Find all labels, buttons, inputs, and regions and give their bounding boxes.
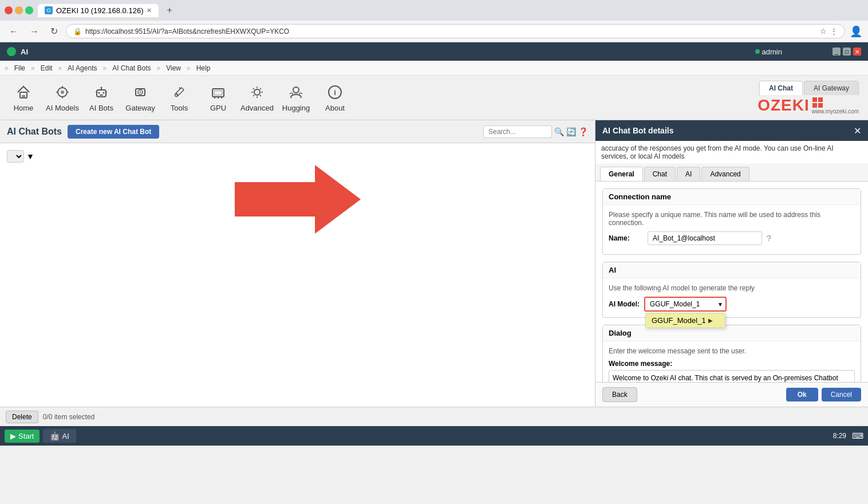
svg-rect-32 [812, 103, 817, 108]
dropdown-option-gguf[interactable]: GGUF_Model_1 ▶ [646, 313, 725, 328]
app-window-controls[interactable]: _ □ ✕ [833, 48, 861, 56]
toolbar-advanced-btn[interactable]: Advanced [238, 78, 276, 118]
home-icon [14, 83, 33, 101]
app-min-btn[interactable]: _ [833, 48, 841, 56]
menu-ai-chat-bots[interactable]: AI Chat Bots [108, 63, 155, 73]
tools-icon [170, 83, 188, 101]
url-bar[interactable]: 🔒 https://localhost:9515/AI/?a=AIBots&nc… [66, 24, 845, 38]
name-label: Name: [609, 234, 643, 242]
start-button[interactable]: ▶ Start [5, 430, 40, 443]
svg-point-26 [254, 89, 260, 95]
tab-ai[interactable]: AI [677, 167, 700, 181]
menu-icon[interactable]: ⋮ [830, 27, 838, 36]
start-icon: ▶ [10, 432, 16, 440]
ai-model-label: AI Model: [609, 300, 640, 308]
profile-icon[interactable]: 👤 [850, 25, 862, 38]
ai-model-select-wrapper: GGUF_Model_1 ▼ GGUF_Model_1 ▶ [644, 297, 727, 312]
window-close-btn[interactable] [5, 6, 13, 14]
right-panel-header: AI Chat Bot details ✕ [595, 120, 868, 141]
toolbar-gateway-btn[interactable]: Gateway [121, 78, 159, 118]
delete-button[interactable]: Delete [6, 411, 38, 423]
connection-name-section: Connection name Please specify a unique … [602, 188, 861, 255]
app-close-btn[interactable]: ✕ [853, 48, 861, 56]
menu-bar: » File » Edit » AI Agents » AI Chat Bots… [0, 61, 868, 76]
app-icon [7, 47, 16, 56]
tab-ai-chat[interactable]: AI Chat [759, 81, 803, 95]
menu-ai-agents[interactable]: AI Agents [63, 63, 101, 73]
dropdown-chevron-icon[interactable]: ▼ [26, 152, 34, 161]
help-button[interactable]: ❓ [578, 127, 588, 136]
bookmark-icon[interactable]: ☆ [820, 27, 827, 36]
toolbar-branding: AI Chat AI Gateway OZEKI www.myozeki.com [757, 81, 863, 115]
toolbar-advanced-label: Advanced [240, 104, 274, 112]
svg-rect-30 [812, 97, 817, 102]
toolbar: Home AI Models [0, 76, 868, 120]
window-min-btn[interactable] [15, 6, 23, 14]
toolbar-home-label: Home [14, 104, 34, 112]
menu-separator-5: » [157, 64, 161, 72]
new-tab-button[interactable]: + [163, 5, 175, 15]
name-help-icon[interactable]: ? [767, 234, 771, 243]
tab-general[interactable]: General [600, 167, 643, 181]
ai-model-dropdown-popup: GGUF_Model_1 ▶ [645, 313, 725, 328]
detail-tabs: General Chat AI Advanced [595, 164, 868, 182]
name-input[interactable] [648, 231, 762, 245]
ok-button[interactable]: Ok [786, 388, 818, 401]
tab-close-btn[interactable]: ✕ [147, 7, 152, 14]
svg-rect-8 [97, 90, 106, 97]
option-text: GGUF_Model_1 [652, 316, 706, 325]
ai-model-select[interactable]: GGUF_Model_1 [645, 298, 725, 310]
selection-info: 0/0 item selected [43, 413, 95, 421]
left-panel-content: ▼ [0, 143, 595, 407]
admin-label: admin [762, 48, 782, 56]
forward-nav-btn[interactable]: → [26, 25, 42, 38]
search-button[interactable]: 🔍 [554, 127, 564, 136]
window-max-btn[interactable] [25, 6, 33, 14]
menu-separator-3: » [58, 64, 62, 72]
window-controls[interactable] [5, 6, 33, 14]
taskbar-ai-item[interactable]: 🤖 AI [43, 429, 76, 443]
right-panel-close-btn[interactable]: ✕ [854, 125, 861, 136]
dropdown-select[interactable] [7, 150, 24, 163]
taskbar-system-tray: ⌨ [852, 431, 863, 440]
toolbar-about-btn[interactable]: i About [316, 78, 354, 118]
toolbar-home-btn[interactable]: Home [5, 78, 42, 118]
admin-status-dot [755, 49, 760, 54]
ai-bots-icon [92, 83, 111, 101]
svg-point-3 [61, 90, 64, 94]
refresh-button[interactable]: 🔄 [566, 127, 576, 136]
app-max-btn[interactable]: □ [843, 48, 851, 56]
tab-chat[interactable]: Chat [644, 167, 676, 181]
search-input[interactable] [483, 125, 552, 138]
back-button[interactable]: Back [602, 387, 637, 402]
ozeki-grid-icon [812, 97, 823, 108]
right-panel-title: AI Chat Bot details [602, 126, 673, 135]
tab-ai-gateway[interactable]: AI Gateway [804, 81, 859, 95]
toolbar-tools-btn[interactable]: Tools [160, 78, 198, 118]
browser-tab[interactable]: O OZEKI 10 (192.168.0.126) ✕ [38, 4, 159, 17]
top-tab-bar: AI Chat AI Gateway [759, 81, 859, 95]
toolbar-ai-bots-btn[interactable]: AI Bots [82, 78, 120, 118]
menu-separator-1: » [5, 64, 9, 72]
menu-help[interactable]: Help [192, 63, 215, 73]
menu-view[interactable]: View [161, 63, 186, 73]
app-title: AI [21, 48, 751, 56]
menu-edit[interactable]: Edit [36, 63, 57, 73]
tab-advanced[interactable]: Advanced [701, 167, 749, 181]
svg-line-20 [179, 88, 180, 89]
cancel-button[interactable]: Cancel [822, 388, 861, 401]
toolbar-gpu-btn[interactable]: GPU [199, 78, 237, 118]
reload-btn[interactable]: ↻ [47, 25, 61, 38]
create-new-ai-chat-bot-button[interactable]: Create new AI Chat Bot [68, 125, 159, 139]
menu-file[interactable]: File [10, 63, 30, 73]
toolbar-ai-models-btn[interactable]: AI Models [44, 78, 81, 118]
left-panel-title: AI Chat Bots [7, 127, 62, 137]
menu-separator-2: » [31, 64, 35, 72]
welcome-message-textarea[interactable]: Welcome to Ozeki AI chat. This chat is s… [609, 370, 855, 382]
back-nav-btn[interactable]: ← [6, 25, 22, 38]
toolbar-hugging-btn[interactable]: Hugging [277, 78, 315, 118]
arrow-container [5, 165, 590, 234]
svg-point-10 [103, 92, 105, 94]
browser-title-bar: O OZEKI 10 (192.168.0.126) ✕ + [0, 0, 868, 21]
keyboard-icon[interactable]: ⌨ [852, 431, 863, 440]
